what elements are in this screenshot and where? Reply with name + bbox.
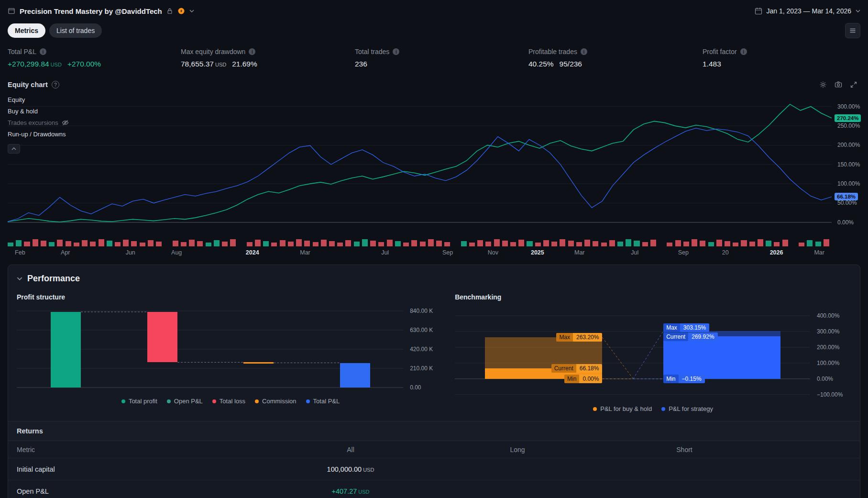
legend-dot <box>661 407 665 411</box>
trade-marker <box>551 242 557 246</box>
metric-2: Total tradesi236 <box>355 48 528 68</box>
profit-structure-legend: Total profitOpen P&LTotal lossCommission… <box>17 398 444 405</box>
trade-marker <box>255 240 261 246</box>
trade-marker <box>288 242 294 246</box>
legend-dot <box>255 399 259 403</box>
y-tick-label: 0.00% <box>837 219 854 226</box>
metric-label: Profitable tradesi <box>528 48 703 55</box>
metric-value: +270,299.84USD+270.00% <box>8 60 181 68</box>
legend-item-0[interactable]: Equity <box>8 96 69 103</box>
strategy-panel-icon <box>8 7 15 15</box>
info-icon[interactable]: i <box>393 48 399 55</box>
metric-0: Total P&Li+270,299.84USD+270.00% <box>8 48 181 68</box>
trade-marker <box>329 241 335 246</box>
bar-total-loss <box>147 312 177 363</box>
metric-value: 40.25%95/236 <box>528 60 703 68</box>
trade-marker <box>74 243 79 246</box>
x-tick-label: 2026 <box>770 249 783 256</box>
performance-header[interactable]: Performance <box>8 265 860 288</box>
legend-item-label: Run-up / Drawdowns <box>8 131 66 138</box>
maximize-button[interactable] <box>847 78 860 91</box>
info-icon[interactable]: i <box>249 48 255 55</box>
trade-marker <box>799 243 804 246</box>
info-icon[interactable]: i <box>581 48 587 55</box>
returns-unit: USD <box>358 489 369 495</box>
legend-collapse-button[interactable] <box>8 144 20 154</box>
trade-marker <box>766 241 771 246</box>
trade-marker <box>214 240 220 246</box>
metric-label: Total P&Li <box>8 48 181 55</box>
topbar: Precision Trend Mastery by @DaviddTech J… <box>0 0 868 22</box>
legend-item[interactable]: Total loss <box>212 398 245 405</box>
trade-marker <box>758 239 763 246</box>
trade-marker <box>593 241 598 246</box>
legend-item-1[interactable]: Buy & hold <box>8 108 69 115</box>
legend-item[interactable]: Open P&L <box>167 398 203 405</box>
chart-settings-button[interactable] <box>816 78 830 91</box>
trade-marker <box>49 242 55 246</box>
equity-chart-section: Equity chart ? 300.00%250.00%200.00%150.… <box>0 70 868 257</box>
legend-item-label: Commission <box>262 398 297 405</box>
trade-marker <box>206 243 211 246</box>
legend-item-2[interactable]: Trades excursions <box>8 119 69 126</box>
trade-marker <box>99 239 104 246</box>
trade-marker <box>617 242 623 246</box>
chip-value: 269.92% <box>688 332 717 341</box>
x-tick-label: Nov <box>488 249 498 256</box>
strategy-title-group[interactable]: Precision Trend Mastery by @DaviddTech <box>8 7 194 15</box>
tab-metrics[interactable]: Metrics <box>8 23 45 38</box>
x-tick-label: 20 <box>722 249 729 256</box>
screenshot-button[interactable] <box>832 78 845 91</box>
trade-marker <box>683 242 689 246</box>
x-tick-label: Feb <box>15 249 25 256</box>
date-range-picker[interactable]: Jan 1, 2023 — Mar 14, 2026 <box>755 7 860 15</box>
trade-marker <box>436 241 442 246</box>
legend-item[interactable]: P&L for strategy <box>661 405 713 412</box>
legend-item[interactable]: P&L for buy & hold <box>593 405 652 412</box>
trade-marker <box>650 240 656 246</box>
x-tick-label: 2024 <box>246 249 259 256</box>
legend-item[interactable]: Total P&L <box>306 398 340 405</box>
legend-item-label: Total loss <box>220 398 245 405</box>
profit-structure-title: Profit structure <box>17 293 444 301</box>
performance-charts-row: Profit structure 840.00 K630.00 K420.00 … <box>8 288 860 412</box>
tab-list-of-trades[interactable]: List of trades <box>49 23 102 38</box>
trade-marker <box>741 240 747 246</box>
trade-marker <box>107 241 112 246</box>
trade-marker <box>477 240 483 246</box>
legend-item[interactable]: Commission <box>255 398 297 405</box>
info-icon[interactable]: i <box>740 48 747 55</box>
returns-table-body: Initial capital100,000.00USDOpen P&L+407… <box>8 458 860 498</box>
section-chevron-icon <box>17 277 22 280</box>
y-tick-label: 200.00% <box>817 344 839 351</box>
trade-marker <box>370 241 376 246</box>
legend-item[interactable]: Total profit <box>121 398 157 405</box>
trade-marker <box>510 242 516 246</box>
trade-marker <box>642 242 648 246</box>
equity-chart-title: Equity chart <box>8 81 48 89</box>
metric-value-main: 78,655.37USD <box>181 60 226 68</box>
benchmark-strategy-range-current-band <box>663 336 780 379</box>
trade-marker <box>700 241 705 246</box>
trade-marker <box>518 240 524 246</box>
y-tick-label: 100.00% <box>837 180 860 187</box>
returns-row-0: Initial capital100,000.00USD <box>8 458 860 480</box>
benchmarking-section: Benchmarking Max263.20%Current66.18%Min0… <box>455 289 851 412</box>
info-icon[interactable]: i <box>40 48 46 55</box>
bar-commission <box>243 362 274 364</box>
help-icon[interactable]: ? <box>52 81 59 89</box>
performance-title: Performance <box>27 274 80 284</box>
metric-value: 236 <box>355 60 528 68</box>
trade-marker <box>725 241 730 246</box>
gear-icon <box>819 81 827 89</box>
equity-line <box>8 104 832 222</box>
trade-marker <box>337 243 343 246</box>
layout-menu-button[interactable] <box>845 23 860 38</box>
metric-value: 1.483 <box>703 60 860 68</box>
trade-marker <box>807 240 813 246</box>
legend-item-3[interactable]: Run-up / Drawdowns <box>8 131 69 138</box>
metric-value-main: 1.483 <box>703 60 721 68</box>
profit-structure-yticks: 840.00 K630.00 K420.00 K210.00 K0.00 <box>403 310 444 391</box>
trade-marker <box>387 240 393 246</box>
trade-marker <box>222 242 228 246</box>
